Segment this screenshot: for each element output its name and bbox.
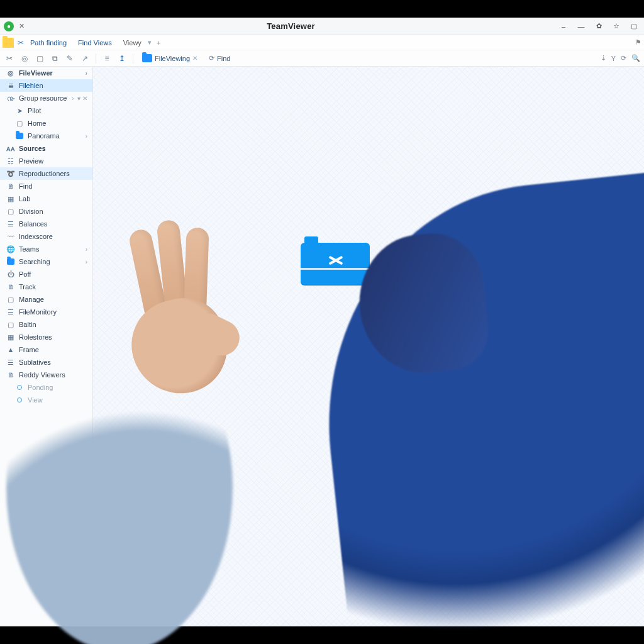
- sidebar-item-reproductioners[interactable]: ➰Reproductioners: [0, 167, 92, 180]
- sidebar-item-filehien[interactable]: ≣Filehien: [0, 79, 92, 92]
- sidebar-item-panorama[interactable]: Panorama›: [0, 130, 92, 142]
- tool-list-icon[interactable]: ≡: [101, 53, 113, 64]
- sidebar-item-filemonitory[interactable]: ☰FileMonitory: [0, 306, 92, 318]
- wave-icon: 〰: [6, 232, 15, 241]
- menu-add[interactable]: +: [153, 39, 164, 47]
- sidebar-item-label: Indexscore: [19, 233, 87, 240]
- canvas-area[interactable]: [93, 67, 644, 626]
- sidebar-item-teams[interactable]: 🌐Teams›: [0, 243, 92, 255]
- app-window: ● ✕ TeamViewer – — ✿ ☆ ▢ ✂ Path finding …: [0, 18, 644, 626]
- sidebar-item-division[interactable]: ▢Division: [0, 205, 92, 218]
- sidebar-item-label: Track: [19, 283, 87, 291]
- tool-copy-icon[interactable]: ⧉: [49, 53, 60, 64]
- sidebar-item-home[interactable]: ▢Home: [0, 117, 92, 130]
- sidebar-item-searching[interactable]: Searching›: [0, 255, 92, 268]
- tab-fileviewing-label: FileViewing: [155, 55, 190, 62]
- sidebar-item-label: Frame: [19, 346, 87, 353]
- sidebar-item-find[interactable]: 🗎Find: [0, 180, 92, 192]
- collapse-close-icon[interactable]: ▾ ✕: [77, 95, 87, 102]
- doc-icon: 🗎: [6, 370, 15, 379]
- sidebar-item-label: View: [28, 396, 87, 404]
- sidebar-item-label: Teams: [19, 245, 82, 253]
- menubar: ✂ Path finding Find Views Viewy ▾ + ⚑: [0, 35, 644, 50]
- sidebar-item-label: FileViewer: [19, 69, 81, 77]
- minimize-button[interactable]: —: [575, 23, 587, 30]
- sidebar-item-label: Pilot: [28, 107, 87, 114]
- sidebar-item-fileviewer[interactable]: ◎FileViewer›: [0, 67, 92, 79]
- sidebar-item-label: Reddy Viewers: [19, 371, 87, 379]
- sidebar-item-lab[interactable]: ▦Lab: [0, 192, 92, 205]
- up-icon: ▲: [6, 345, 15, 354]
- menu-find-views[interactable]: Find Views: [73, 37, 117, 48]
- sidebar-item-label: Manage: [19, 296, 87, 303]
- sidebar-item-label: Sources: [19, 145, 87, 152]
- sidebar-item-manage[interactable]: ▢Manage: [0, 293, 92, 306]
- pin-icon[interactable]: ✕: [19, 22, 25, 30]
- stack-icon: ☰: [6, 219, 15, 228]
- sidebar-item-rolestores[interactable]: ▦Rolestores: [0, 331, 92, 343]
- sidebar-item-label: Group resource: [19, 94, 68, 102]
- folder-icon: [15, 131, 24, 140]
- sidebar-item-group-resource[interactable]: ൹Group resource›▾ ✕: [0, 92, 92, 104]
- sidebar-item-track[interactable]: 🗎Track: [0, 280, 92, 293]
- sidebar-item-balances[interactable]: ☰Balances: [0, 218, 92, 230]
- help-icon[interactable]: –: [557, 23, 570, 30]
- chevron-right-icon: ›: [72, 95, 74, 102]
- folder-icon[interactable]: [3, 38, 14, 48]
- account-avatar[interactable]: ●: [4, 21, 14, 31]
- tool-arrow-icon[interactable]: ↗: [79, 53, 91, 64]
- sidebar-item-sources[interactable]: ᴀᴀSources: [0, 142, 92, 155]
- alert-icon[interactable]: ⚑: [635, 38, 641, 47]
- text-icon: ᴀᴀ: [6, 144, 15, 153]
- sidebar-item-baltin[interactable]: ▢Baltin: [0, 318, 92, 331]
- sidebar-item-sublatives[interactable]: ☰Sublatives: [0, 356, 92, 369]
- sidebar-item-label: Balances: [19, 220, 87, 228]
- sidebar-item-label: Rolestores: [19, 333, 87, 341]
- menu-viewy[interactable]: Viewy: [118, 37, 147, 48]
- dot-icon: [15, 383, 24, 392]
- target-icon: ◎: [6, 69, 15, 77]
- filter-icon[interactable]: Y: [611, 55, 616, 62]
- sidebar-item-label: FileMonitory: [19, 308, 87, 316]
- tool-square-icon[interactable]: ▢: [34, 53, 45, 64]
- tool-cut-icon[interactable]: ✂: [4, 53, 15, 64]
- folder-card[interactable]: [301, 236, 370, 286]
- sidebar-item-label: Searching: [19, 258, 82, 265]
- sidebar-item-label: Division: [19, 208, 87, 215]
- menu-path-finding[interactable]: Path finding: [25, 37, 72, 48]
- maximize-button[interactable]: ▢: [628, 22, 640, 30]
- sidebar-item-ponding[interactable]: Ponding: [0, 381, 92, 394]
- sidebar-item-label: Preview: [19, 157, 87, 165]
- list-icon: ≣: [6, 81, 15, 90]
- sidebar-item-label: Poff: [19, 270, 87, 278]
- sidebar: ◎FileViewer›≣Filehien൹Group resource›▾ ✕…: [0, 67, 93, 626]
- cursor-icon: ➤: [15, 106, 24, 115]
- doc-icon: 🗎: [6, 282, 15, 291]
- tool-up-icon[interactable]: ↥: [116, 53, 128, 64]
- refresh-icon: ⟳: [209, 54, 214, 62]
- sidebar-item-label: Filehien: [19, 82, 87, 89]
- sidebar-item-poff[interactable]: ⏻Poff: [0, 268, 92, 280]
- folder-icon: [6, 257, 15, 266]
- download-icon[interactable]: ⇣: [601, 54, 606, 62]
- settings-icon[interactable]: ✿: [592, 22, 605, 30]
- sidebar-item-frame[interactable]: ▲Frame: [0, 343, 92, 356]
- sidebar-item-reddy-viewers[interactable]: 🗎Reddy Viewers: [0, 369, 92, 381]
- grid-icon: ▦: [6, 194, 15, 203]
- search-icon[interactable]: 🔍: [631, 54, 640, 62]
- sidebar-item-pilot[interactable]: ➤Pilot: [0, 104, 92, 117]
- sidebar-item-indexscore[interactable]: 〰Indexscore: [0, 230, 92, 243]
- tool-wand-icon[interactable]: ✎: [64, 53, 75, 64]
- favorite-icon[interactable]: ☆: [610, 22, 623, 30]
- tool-icon[interactable]: ✂: [18, 38, 24, 47]
- tab-close-icon[interactable]: ✕: [192, 55, 197, 62]
- tool-target-icon[interactable]: ◎: [19, 53, 30, 64]
- branch-icon: ൹: [6, 94, 15, 103]
- square-icon: ▢: [6, 320, 15, 329]
- tab-fileviewing[interactable]: FileViewing ✕: [138, 53, 201, 64]
- refresh-right-icon[interactable]: ⟳: [621, 54, 626, 62]
- toolbar: ✂ ◎ ▢ ⧉ ✎ ↗ ≡ ↥ FileViewing ✕ ⟳ Find ⇣ Y…: [0, 50, 644, 67]
- sidebar-item-preview[interactable]: ☷Preview: [0, 155, 92, 167]
- tab-find[interactable]: ⟳ Find: [205, 53, 234, 64]
- sidebar-item-view[interactable]: View: [0, 394, 92, 406]
